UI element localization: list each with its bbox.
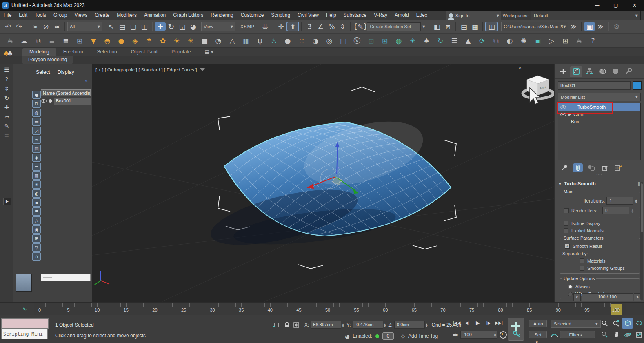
selection-lock-icon[interactable]	[283, 322, 291, 328]
current-frame-field[interactable]: 100 ▲▼	[460, 331, 497, 339]
named-selection-set-input[interactable]: Create Selection Set	[367, 22, 421, 31]
percent-snap-icon[interactable]: %	[326, 22, 337, 31]
object-name-field[interactable]: Box001	[558, 81, 631, 90]
maxscript-mini-label[interactable]: Scripting Mini	[1, 328, 48, 339]
menu-views[interactable]: Views	[71, 11, 91, 20]
palette-alt-icon[interactable]: ◐	[503, 37, 517, 45]
light-rig-icon[interactable]: △	[225, 37, 239, 45]
menu-rendering[interactable]: Rendering	[207, 11, 237, 20]
redo-icon[interactable]: ↷	[13, 22, 24, 31]
sphere-light-icon[interactable]: ●	[114, 37, 128, 45]
menu-tools[interactable]: Tools	[31, 11, 50, 20]
pencil-icon[interactable]: ✎	[0, 123, 13, 129]
hamburger-icon[interactable]: ☰	[0, 67, 13, 73]
make-unique-icon[interactable]	[586, 163, 596, 172]
render-window-icon[interactable]: ⧉	[31, 37, 45, 45]
panel-scrollbar[interactable]	[640, 182, 643, 300]
z-coordinate-field[interactable]: 0.0cm	[394, 321, 425, 329]
spacewarps-filter-icon[interactable]: ≈	[32, 136, 41, 144]
color-spheres-icon[interactable]: ∷	[295, 37, 309, 45]
name-column-header[interactable]: Name (Sorted Ascending	[41, 89, 91, 96]
spinner-snap-icon[interactable]: ⇕	[337, 22, 348, 31]
ribbon-toggle-icon[interactable]: ◫	[485, 22, 498, 31]
filters-button[interactable]: Filters...	[560, 331, 595, 338]
zoom-extents-all-icon[interactable]	[633, 318, 644, 329]
menu-vray[interactable]: V-Ray	[370, 11, 391, 20]
add-time-tag[interactable]: Add Time Tag	[408, 333, 438, 339]
keyboard-shortcut-override-icon[interactable]: ⬆	[286, 22, 299, 31]
pan-icon[interactable]	[611, 329, 622, 340]
menu-create[interactable]: Create	[91, 11, 113, 20]
help-icon[interactable]: ?	[586, 37, 600, 45]
remove-modifier-trash-icon[interactable]	[600, 163, 610, 172]
menu-edex[interactable]: Edex	[413, 11, 431, 20]
zero-button[interactable]: 0	[382, 332, 394, 340]
select-and-move-icon[interactable]: ✚	[155, 22, 166, 31]
set-keys-button[interactable]	[508, 318, 524, 341]
play-icon[interactable]: ▶	[473, 319, 482, 327]
zoom-extents-icon[interactable]	[622, 318, 633, 329]
viewcube[interactable]: BACK	[523, 76, 554, 98]
materials-filter-icon[interactable]: ✳	[32, 180, 41, 189]
undo-icon[interactable]: ↶	[2, 22, 13, 31]
teal-sun-icon[interactable]: ☀	[406, 37, 420, 45]
default-in-out-tangents-icon[interactable]	[550, 331, 558, 339]
geometry-filter-icon[interactable]: ●	[32, 91, 41, 99]
auto-key-button[interactable]: Auto	[529, 320, 547, 327]
zoom-icon[interactable]	[599, 318, 610, 329]
lights-filter-icon[interactable]: ◍	[32, 109, 41, 117]
key-filters-selected-dropdown[interactable]: Selected▼	[551, 320, 601, 328]
create-tab-icon[interactable]	[557, 66, 569, 77]
go-to-start-icon[interactable]: |◀◀	[452, 319, 461, 327]
align-icon[interactable]: ⧈	[442, 22, 453, 31]
vray-icon[interactable]: Ⓥ	[350, 36, 364, 45]
time-ruler[interactable]: 100 051015202530354045505560657075808590…	[34, 303, 626, 315]
spot-light-icon[interactable]: ▼	[87, 37, 100, 45]
close-button[interactable]: ✕	[625, 0, 644, 11]
cameras-filter-icon[interactable]: ▭	[32, 118, 41, 126]
move-tool-icon[interactable]: ✚	[0, 104, 13, 111]
teal-bulb-icon[interactable]: ◍	[392, 37, 406, 45]
use-pivot-center-icon[interactable]: ⇊	[260, 22, 271, 31]
umbrella-light-icon[interactable]: ☂	[142, 37, 156, 45]
tab-display[interactable]: Display	[58, 69, 74, 75]
scene-row-box001[interactable]: Box001	[41, 98, 91, 105]
grass-icon[interactable]: ψ	[253, 37, 267, 45]
xrefs-filter-icon[interactable]: ◈	[32, 154, 41, 162]
viewcube-home-icon[interactable]: ⌂	[519, 66, 521, 70]
select-object-icon[interactable]: ↖	[106, 22, 117, 31]
menu-substance[interactable]: Substance	[340, 11, 371, 20]
page-refresh-icon[interactable]: ↻	[433, 37, 447, 45]
zoom-all-icon[interactable]	[611, 318, 622, 329]
strip-expand-icon[interactable]: ▶	[3, 198, 11, 205]
go-to-end-icon[interactable]: ▶▶|	[495, 319, 504, 327]
pin-stack-icon[interactable]	[560, 163, 569, 172]
funnel-icon[interactable]	[200, 68, 205, 71]
visibility-filter-icon[interactable]: ◐	[32, 189, 41, 198]
updown-arrows-icon[interactable]: ↕	[0, 85, 13, 92]
mesh-light-icon[interactable]: ✿	[156, 37, 170, 45]
menu-group[interactable]: Group	[50, 11, 71, 20]
viewport-canvas[interactable]: BACK	[92, 64, 554, 302]
render-elements-icon[interactable]: ▤	[336, 37, 350, 45]
angle-snap-icon[interactable]: ∠	[315, 22, 326, 31]
tab-freeform[interactable]: Freeform	[56, 48, 90, 56]
turbosmooth-rollout-header[interactable]: ▼ TurboSmooth ⣿	[555, 180, 644, 188]
camera-lister-icon[interactable]: ≣	[59, 37, 73, 45]
tree-icon[interactable]: ♠	[420, 37, 433, 45]
hierarchy-filter-icon[interactable]: ≣	[32, 207, 41, 216]
object-color-swatch[interactable]	[633, 81, 642, 90]
camera-add-icon[interactable]: ⊞	[378, 37, 392, 45]
rectangular-region-icon[interactable]: ▢	[128, 22, 139, 31]
workspace-dropdown[interactable]: Default▼	[531, 11, 641, 20]
hierarchy-tab-icon[interactable]	[583, 66, 595, 77]
display-filter-icon[interactable]: ⊞	[32, 234, 41, 243]
isolate-selection-icon[interactable]	[273, 322, 281, 328]
absolute-offset-toggle-icon[interactable]	[293, 322, 301, 328]
x-coordinate-field[interactable]: 56.397cm	[311, 321, 341, 329]
more-tools-chevron-icon[interactable]: ≫	[568, 23, 579, 30]
frame-counter-field[interactable]: 100 / 100	[582, 293, 633, 301]
menu-file[interactable]: File	[0, 11, 15, 20]
scene-explorer-toggle-icon[interactable]: ▤	[458, 22, 469, 31]
menu-edit[interactable]: Edit	[15, 11, 31, 20]
